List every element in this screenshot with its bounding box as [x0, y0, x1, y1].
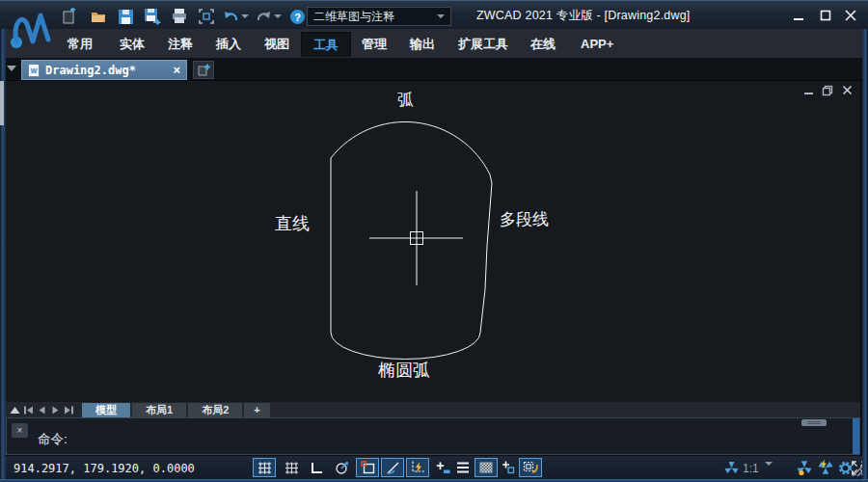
- minimize-icon: [793, 10, 804, 21]
- save-as-button[interactable]: [141, 6, 164, 27]
- document-tab[interactable]: W Drawing2.dwg* ×: [21, 60, 187, 80]
- svg-text:?: ?: [294, 11, 301, 22]
- command-window[interactable]: × 命令:: [6, 417, 860, 455]
- plot-preview-button[interactable]: [195, 6, 218, 27]
- command-resize-handle[interactable]: [801, 419, 827, 426]
- ribbon-tab-express-tools[interactable]: 扩展工具: [447, 32, 520, 57]
- first-layout-button[interactable]: [22, 404, 35, 416]
- command-prompt[interactable]: 命令:: [38, 431, 68, 448]
- last-layout-button[interactable]: [63, 404, 75, 416]
- drawing-geometry: [6, 81, 860, 402]
- canvas-left-scroll-hint: [0, 81, 4, 125]
- undo-button[interactable]: [222, 6, 239, 27]
- open-folder-icon: [90, 8, 107, 25]
- chevron-down-icon: [241, 14, 249, 18]
- ribbon-tab-tools[interactable]: 工具: [301, 32, 351, 57]
- menu-lines-icon: [456, 462, 470, 473]
- new-drawing-tab-button[interactable]: [193, 61, 214, 79]
- options-list-button[interactable]: [454, 458, 472, 477]
- document-tab-label: Drawing2.dwg*: [45, 64, 167, 77]
- snap-grid-icon: [258, 462, 272, 474]
- chevron-down-icon: [437, 14, 445, 18]
- svg-text:W: W: [31, 67, 38, 74]
- object-snap-icon: [361, 461, 375, 474]
- object-snap-tracking-toggle[interactable]: [406, 458, 429, 477]
- command-close-button[interactable]: ×: [12, 423, 28, 438]
- workspace-select[interactable]: 二维草图与注释: [307, 7, 451, 26]
- next-layout-button[interactable]: [49, 404, 62, 416]
- help-icon: ?: [289, 9, 306, 25]
- print-button[interactable]: [168, 6, 191, 27]
- ribbon-tab-manage[interactable]: 管理: [350, 32, 398, 57]
- workspace-label: 二维草图与注释: [313, 9, 437, 25]
- layout-tab-bar: 模型 布局1 布局2 +: [6, 402, 860, 417]
- prev-layout-button[interactable]: [36, 404, 48, 416]
- save-icon: [118, 9, 134, 25]
- auto-annotation-icon: [817, 459, 834, 476]
- layout-tab-model[interactable]: 模型: [82, 403, 130, 417]
- redo-button[interactable]: [255, 6, 272, 27]
- ribbon-tab-view[interactable]: 视图: [253, 32, 301, 57]
- close-button[interactable]: [839, 7, 862, 24]
- annotation-scale-value[interactable]: 1:1: [743, 462, 759, 475]
- ortho-toggle[interactable]: [305, 458, 328, 477]
- document-tab-bar: W Drawing2.dwg* ×: [0, 58, 868, 81]
- redo-icon: [256, 9, 272, 24]
- minimize-button[interactable]: [787, 7, 810, 24]
- save-button[interactable]: [114, 6, 137, 27]
- object-snap-toggle[interactable]: [356, 458, 379, 477]
- ribbon-tab-annotate[interactable]: 注释: [156, 32, 204, 57]
- redo-dropdown[interactable]: [272, 6, 284, 27]
- status-bar: 914.2917, 179.1920, 0.0000: [0, 455, 868, 479]
- polar-tracking-icon: [335, 461, 349, 474]
- ribbon-tab-app-plus[interactable]: APP+: [569, 32, 625, 57]
- command-history-up-button[interactable]: [9, 404, 21, 416]
- drawing-canvas[interactable]: 弧 直线 多段线 椭圆弧: [6, 81, 860, 402]
- grid-display-toggle[interactable]: [280, 458, 303, 477]
- doc-restore-button[interactable]: [820, 85, 835, 99]
- window-border-right: [862, 29, 868, 479]
- ribbon-tab-online[interactable]: 在线: [519, 32, 567, 57]
- lineweight-toggle[interactable]: [431, 458, 454, 477]
- polar-tracking-toggle[interactable]: [330, 458, 353, 477]
- new-document-button[interactable]: [58, 6, 81, 27]
- prev-tab-icon: [38, 406, 46, 415]
- undo-dropdown[interactable]: [239, 6, 251, 27]
- annotation-scale-icon: [723, 460, 740, 476]
- command-scrollbar[interactable]: [853, 418, 859, 454]
- layout-tab-layout1[interactable]: 布局1: [132, 403, 186, 417]
- angle-snap-toggle[interactable]: [381, 458, 404, 477]
- layout-tab-layout2[interactable]: 布局2: [188, 403, 242, 417]
- document-tab-close-icon[interactable]: ×: [173, 64, 180, 76]
- window-title: ZWCAD 2021 专业版 - [Drawing2.dwg]: [476, 8, 691, 24]
- angle-snap-icon: [386, 462, 400, 474]
- last-tab-icon: [64, 406, 74, 415]
- crosshair-cursor: [369, 191, 463, 285]
- annotation-scale-button[interactable]: [719, 458, 743, 477]
- ribbon-tab-home[interactable]: 常用: [56, 32, 104, 57]
- annotation-visibility-button[interactable]: [793, 458, 816, 477]
- zwcad-logo[interactable]: [4, 3, 56, 56]
- doc-close-button[interactable]: [839, 85, 854, 98]
- annotation-monitor-toggle[interactable]: [519, 458, 542, 477]
- dwg-file-icon: W: [28, 64, 40, 77]
- ribbon-tab-output[interactable]: 输出: [398, 32, 447, 57]
- doc-list-dropdown-icon[interactable]: [7, 66, 16, 71]
- maximize-button[interactable]: [814, 7, 837, 24]
- open-button[interactable]: [87, 6, 110, 27]
- selection-cycling-icon: [501, 461, 515, 474]
- add-layout-button[interactable]: +: [244, 403, 269, 417]
- doc-restore-icon: [822, 85, 833, 96]
- selection-cycling-toggle[interactable]: [498, 458, 517, 477]
- window-border-left: [0, 29, 6, 479]
- snap-toggle[interactable]: [253, 458, 276, 477]
- transparency-icon: [479, 462, 493, 473]
- doc-minimize-icon: [803, 85, 814, 95]
- transparency-toggle[interactable]: [475, 458, 498, 477]
- help-button[interactable]: ?: [285, 6, 309, 27]
- ribbon-tab-solid[interactable]: 实体: [108, 32, 156, 57]
- ribbon-tab-insert[interactable]: 插入: [204, 32, 253, 57]
- new-document-icon: [61, 8, 78, 25]
- ortho-icon: [310, 462, 323, 474]
- doc-minimize-button[interactable]: [800, 85, 816, 98]
